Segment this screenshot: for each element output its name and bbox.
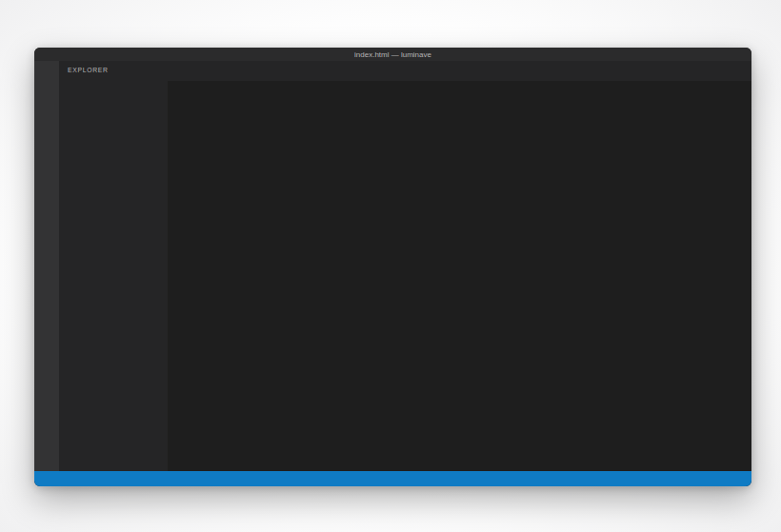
close-window-button[interactable] [42, 51, 49, 58]
status-bar [34, 471, 751, 486]
minimize-window-button[interactable] [52, 51, 59, 58]
activity-bar [34, 61, 59, 471]
zoom-window-button[interactable] [63, 51, 70, 58]
title-bar[interactable]: index.html — luminave [34, 48, 751, 61]
vscode-window: index.html — luminave EXPLORER [34, 48, 751, 486]
editor-tab-bar [168, 61, 751, 81]
editor-actions [742, 61, 751, 81]
explorer-title: EXPLORER [59, 61, 168, 79]
code-editor[interactable] [168, 81, 751, 471]
traffic-lights [42, 51, 70, 58]
explorer-sidebar: EXPLORER [59, 61, 168, 471]
window-title: index.html — luminave [34, 50, 751, 59]
